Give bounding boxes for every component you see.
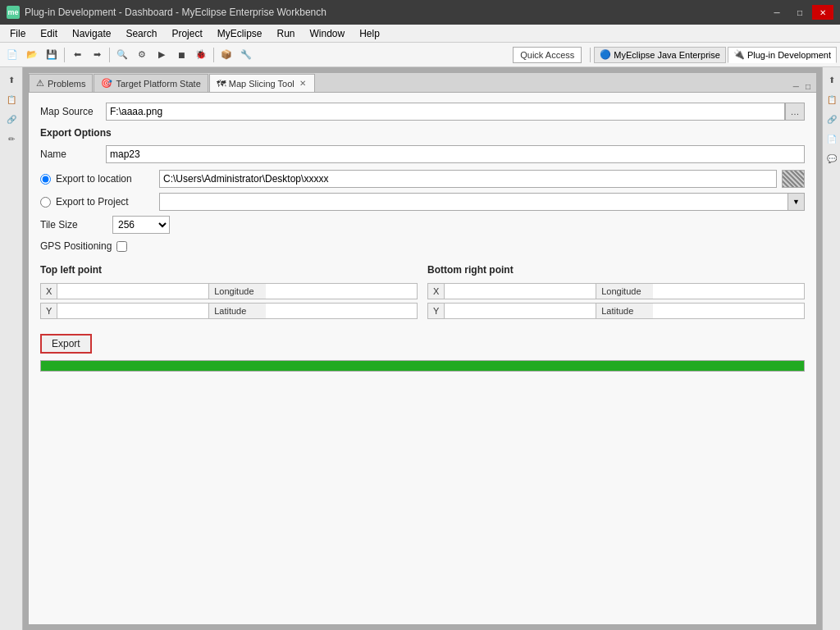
export-location-radio[interactable] <box>40 174 51 185</box>
minimize-button[interactable]: ─ <box>766 5 788 20</box>
close-button[interactable]: ✕ <box>812 5 833 20</box>
map-source-browse-btn[interactable]: … <box>785 103 805 121</box>
toolbar-btn-8[interactable]: 🐞 <box>192 46 210 64</box>
bottom-right-longitude-label: Longitude <box>596 284 653 299</box>
menu-run[interactable]: Run <box>270 26 301 41</box>
bottom-right-x-label: X <box>428 284 445 299</box>
toolbar-btn-9[interactable]: 📦 <box>217 46 235 64</box>
tile-size-select[interactable]: 64 128 256 512 <box>112 216 170 234</box>
bottom-right-latitude-input[interactable] <box>653 304 804 317</box>
top-left-x-input[interactable] <box>57 285 208 298</box>
maximize-button[interactable]: □ <box>789 5 810 20</box>
right-sidebar-icon-4[interactable]: 📄 <box>823 130 841 148</box>
toolbar-btn-2[interactable]: ⬅ <box>68 46 86 64</box>
sidebar-icon-3[interactable]: 🔗 <box>2 110 21 128</box>
menu-help[interactable]: Help <box>353 26 386 41</box>
gps-checkbox[interactable] <box>116 241 127 252</box>
toolbar-sep-1 <box>64 48 65 62</box>
name-input[interactable] <box>106 145 805 163</box>
bottom-right-title: Bottom right point <box>427 262 805 278</box>
toolbar-btn-3[interactable]: ➡ <box>88 46 106 64</box>
perspective-bar: 🔵 MyEclipse Java Enterprise 🔌 Plug-in De… <box>594 47 837 63</box>
menu-window[interactable]: Window <box>304 26 352 41</box>
export-location-browse-btn[interactable] <box>782 170 805 188</box>
bottom-right-x-input[interactable] <box>445 285 596 298</box>
sidebar-icon-2[interactable]: 📋 <box>2 90 21 108</box>
toolbar-btn-6[interactable]: ▶ <box>153 46 171 64</box>
right-sidebar-icon-1[interactable]: ⬆ <box>823 71 841 89</box>
main-content: ⚠ Problems 🎯 Target Platform State 🗺 Map… <box>23 67 822 630</box>
sidebar-icon-4[interactable]: ✏ <box>2 130 21 148</box>
export-location-label: Export to location <box>56 173 154 185</box>
map-source-input[interactable] <box>106 103 785 121</box>
menu-file[interactable]: File <box>3 26 32 41</box>
toolbar-btn-5[interactable]: ⚙ <box>133 46 151 64</box>
main-panel: ⚠ Problems 🎯 Target Platform State 🗺 Map… <box>28 72 817 625</box>
tile-size-label: Tile Size <box>40 219 106 231</box>
tab-close-icon[interactable]: ✕ <box>298 79 308 88</box>
export-location-input[interactable] <box>159 170 777 188</box>
left-sidebar: ⬆ 📋 🔗 ✏ <box>0 67 23 630</box>
menu-navigate[interactable]: Navigate <box>66 26 117 41</box>
toolbar-sep-4 <box>590 48 591 62</box>
toolbar-btn-4[interactable]: 🔍 <box>113 46 131 64</box>
toolbar-new-btn[interactable]: 📄 <box>3 46 21 64</box>
window-title: Plug-in Development - Dashboard - MyEcli… <box>25 7 326 18</box>
top-left-x-label: X <box>41 284 57 299</box>
export-options-title: Export Options <box>40 127 805 139</box>
tab-maximize-btn[interactable]: □ <box>803 81 813 92</box>
tab-minimize-btn[interactable]: ─ <box>791 81 801 92</box>
quick-access-box[interactable]: Quick Access <box>513 47 582 63</box>
tab-map-label: Map Slicing Tool <box>229 79 294 89</box>
top-left-latitude-label: Latitude <box>208 304 266 318</box>
top-left-group: Top left point X Longitude Y Latitude <box>40 262 418 322</box>
bottom-right-latitude-label: Latitude <box>596 304 653 318</box>
coordinates-section: Top left point X Longitude Y Latitude <box>40 262 805 322</box>
toolbar: 📄 📂 💾 ⬅ ➡ 🔍 ⚙ ▶ ⏹ 🐞 📦 🔧 Quick Access 🔵 M… <box>0 43 840 67</box>
tab-target[interactable]: 🎯 Target Platform State <box>94 74 208 92</box>
toolbar-sep-3 <box>213 48 214 62</box>
top-left-title: Top left point <box>40 262 418 278</box>
gps-label: GPS Positioning <box>40 240 112 252</box>
export-location-row: Export to location <box>40 170 805 188</box>
menu-edit[interactable]: Edit <box>34 26 64 41</box>
menu-project[interactable]: Project <box>165 26 208 41</box>
gps-row: GPS Positioning <box>40 240 805 252</box>
perspective-myeclipse[interactable]: 🔵 MyEclipse Java Enterprise <box>594 47 726 63</box>
menu-search[interactable]: Search <box>119 26 163 41</box>
export-project-dropdown-arrow[interactable]: ▼ <box>788 193 805 211</box>
toolbar-open-btn[interactable]: 📂 <box>23 46 41 64</box>
bottom-right-x-row: X Longitude <box>427 283 805 299</box>
top-left-latitude-input[interactable] <box>266 304 417 317</box>
panel-content: Map Source … Export Options Name Export … <box>29 93 816 624</box>
export-project-input[interactable] <box>159 193 788 211</box>
top-left-y-input[interactable] <box>57 304 208 317</box>
top-left-longitude-input[interactable] <box>266 285 417 298</box>
right-sidebar-icon-2[interactable]: 📋 <box>823 90 841 108</box>
menu-myeclipse[interactable]: MyEclipse <box>211 26 269 41</box>
toolbar-save-btn[interactable]: 💾 <box>43 46 61 64</box>
right-sidebar-icon-5[interactable]: 💬 <box>823 149 841 167</box>
tab-problems[interactable]: ⚠ Problems <box>29 74 93 92</box>
problems-icon: ⚠ <box>36 78 44 89</box>
tab-problems-label: Problems <box>48 79 85 89</box>
top-left-y-label: Y <box>41 304 57 318</box>
myeclipse-icon: 🔵 <box>600 49 611 60</box>
perspective-plugin[interactable]: 🔌 Plug-in Development <box>728 47 837 63</box>
sidebar-icon-1[interactable]: ⬆ <box>2 71 21 89</box>
bottom-right-longitude-input[interactable] <box>653 285 804 298</box>
tab-map-slicing[interactable]: 🗺 Map Slicing Tool ✕ <box>209 74 315 92</box>
map-source-label: Map Source <box>40 106 106 117</box>
right-sidebar-icon-3[interactable]: 🔗 <box>823 110 841 128</box>
tab-target-label: Target Platform State <box>116 79 200 89</box>
export-button[interactable]: Export <box>40 334 92 354</box>
tile-size-row: Tile Size 64 128 256 512 <box>40 216 805 234</box>
app-icon: me <box>7 6 20 19</box>
title-bar: me Plug-in Development - Dashboard - MyE… <box>0 0 840 25</box>
window-controls: ─ □ ✕ <box>766 5 833 20</box>
top-left-x-row: X Longitude <box>40 283 418 299</box>
toolbar-btn-10[interactable]: 🔧 <box>237 46 255 64</box>
export-project-radio[interactable] <box>40 197 51 208</box>
bottom-right-y-input[interactable] <box>445 304 596 317</box>
toolbar-btn-7[interactable]: ⏹ <box>172 46 190 64</box>
